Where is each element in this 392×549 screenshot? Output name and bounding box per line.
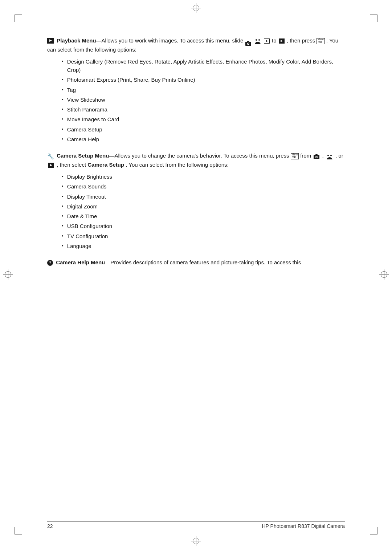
list-item: Digital Zoom [62, 202, 345, 211]
playback-heading-text: —Allows you to work with images. To acce… [96, 37, 244, 44]
list-item: Move Images to Card [62, 115, 345, 123]
menu-ok-badge-2: Menu OK [291, 153, 299, 159]
svg-point-10 [327, 155, 329, 156]
arrow-box-icon-2: ▶ [279, 38, 285, 44]
camera-setup-heading-bold: Camera Setup Menu [57, 152, 109, 159]
list-item: Display Brightness [62, 172, 345, 181]
svg-point-4 [256, 39, 257, 41]
svg-point-9 [316, 156, 317, 158]
camera-setup-list: Display Brightness Camera Sounds Display… [62, 172, 345, 250]
playback-heading-bold: Playback Menu [57, 37, 96, 44]
setup-icon: 🔧 [47, 152, 54, 160]
playback-list: Design Gallery (Remove Red Eyes, Rotate,… [62, 57, 345, 143]
svg-point-3 [248, 43, 249, 44]
corner-mark-tr [370, 15, 377, 22]
crosshair-left [3, 269, 13, 280]
playback-section: ▶ Playback Menu—Allows you to work with … [47, 36, 345, 143]
menu-ok-badge: Menu OK [317, 38, 324, 44]
list-item: TV Configuration [62, 232, 345, 240]
camera-setup-heading: 🔧 Camera Setup Menu—Allows you to change… [47, 151, 345, 169]
svg-point-5 [258, 39, 260, 41]
camera-setup-from: from [300, 152, 311, 159]
list-item: Camera Setup [62, 125, 345, 134]
playback-heading: ▶ Playback Menu—Allows you to work with … [47, 36, 345, 54]
arrow-box-icon: ▶ [264, 38, 270, 44]
crosshair-bottom [191, 536, 201, 546]
camera-help-heading-bold: Camera Help Menu [56, 259, 105, 265]
camera-setup-or: , or [335, 152, 343, 159]
camera-icon-2 [314, 152, 319, 160]
list-item: Display Timeout [62, 192, 345, 201]
list-item: Tag [62, 86, 345, 94]
svg-point-11 [330, 155, 332, 156]
list-item: View Slideshow [62, 95, 345, 104]
scene-icon-inline [254, 37, 261, 45]
camera-setup-then-select: , then select [57, 162, 86, 168]
list-item: Language [62, 242, 345, 250]
content-area: ▶ Playback Menu—Allows you to work with … [47, 29, 345, 267]
help-icon: ? [47, 260, 53, 266]
arrow-box-icon-3: ▶ [48, 163, 54, 168]
page-number: 22 [47, 523, 53, 529]
camera-help-heading: ? Camera Help Menu—Provides descriptions… [47, 258, 345, 267]
playback-heading-to: to [272, 37, 278, 44]
list-item: USB Configuration [62, 222, 345, 230]
camera-setup-rest: . You can select from the following opti… [126, 162, 229, 168]
footer-title: HP Photosmart R837 Digital Camera [262, 523, 345, 529]
list-item: Date & Time [62, 212, 345, 220]
footer: 22 HP Photosmart R837 Digital Camera [0, 523, 392, 529]
crosshair-top [191, 3, 201, 13]
page: ▶ Playback Menu—Allows you to work with … [0, 0, 392, 549]
list-item: Stitch Panorama [62, 105, 345, 114]
comma-separator: , [322, 152, 324, 159]
crosshair-right [379, 269, 389, 280]
camera-setup-bold2: Camera Setup [87, 162, 124, 168]
camera-help-section: ? Camera Help Menu—Provides descriptions… [47, 258, 345, 267]
camera-setup-heading-text: —Allows you to change the camera's behav… [109, 152, 289, 159]
camera-icon-inline [245, 39, 251, 44]
list-item: Camera Help [62, 135, 345, 143]
camera-help-heading-text: —Provides descriptions of camera feature… [105, 259, 301, 265]
list-item: Photosmart Express (Print, Share, Buy Pr… [62, 76, 345, 84]
corner-mark-tl [15, 15, 22, 22]
camera-setup-section: 🔧 Camera Setup Menu—Allows you to change… [47, 151, 345, 250]
svg-rect-1 [247, 41, 249, 42]
scene-icon-2 [326, 152, 333, 160]
svg-rect-7 [315, 154, 318, 155]
footer-line [47, 521, 345, 522]
playback-heading-then: , then press [287, 37, 317, 44]
list-item: Design Gallery (Remove Red Eyes, Rotate,… [62, 57, 345, 74]
list-item: Camera Sounds [62, 182, 345, 191]
playback-icon: ▶ [47, 38, 54, 44]
